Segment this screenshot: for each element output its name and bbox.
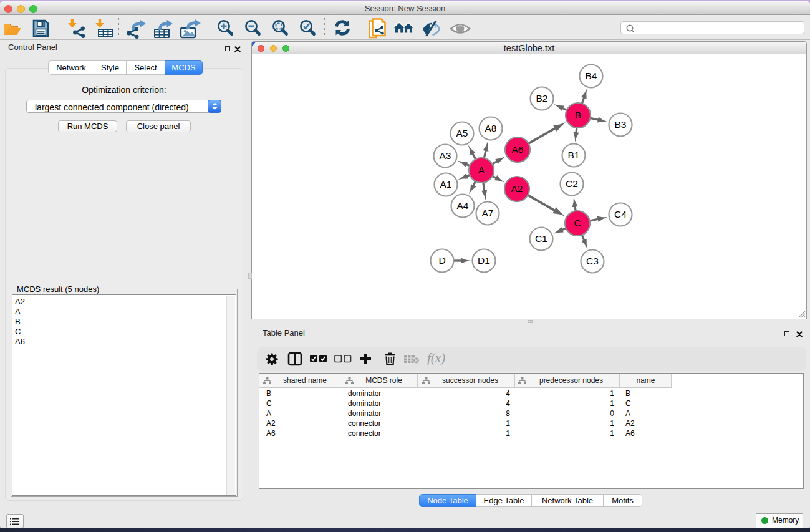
svg-text:C3: C3 (586, 256, 599, 266)
svg-text:D1: D1 (478, 255, 490, 266)
svg-text:B3: B3 (615, 119, 627, 130)
svg-text:A1: A1 (440, 179, 452, 190)
svg-text:D: D (438, 255, 445, 266)
svg-text:A6: A6 (512, 144, 524, 155)
svg-text:C2: C2 (566, 178, 578, 189)
svg-text:C4: C4 (614, 209, 627, 220)
svg-text:A7: A7 (482, 208, 494, 218)
svg-text:A3: A3 (440, 150, 451, 161)
svg-text:C1: C1 (535, 233, 547, 244)
svg-text:A2: A2 (511, 183, 523, 194)
svg-text:C: C (574, 218, 581, 228)
svg-text:A4: A4 (457, 200, 469, 211)
svg-text:B2: B2 (536, 93, 548, 104)
svg-text:B: B (575, 110, 581, 120)
svg-text:A5: A5 (456, 128, 468, 138)
svg-text:B1: B1 (568, 150, 580, 160)
svg-text:A8: A8 (485, 123, 497, 133)
svg-text:B4: B4 (586, 70, 597, 81)
svg-text:A: A (478, 165, 485, 175)
